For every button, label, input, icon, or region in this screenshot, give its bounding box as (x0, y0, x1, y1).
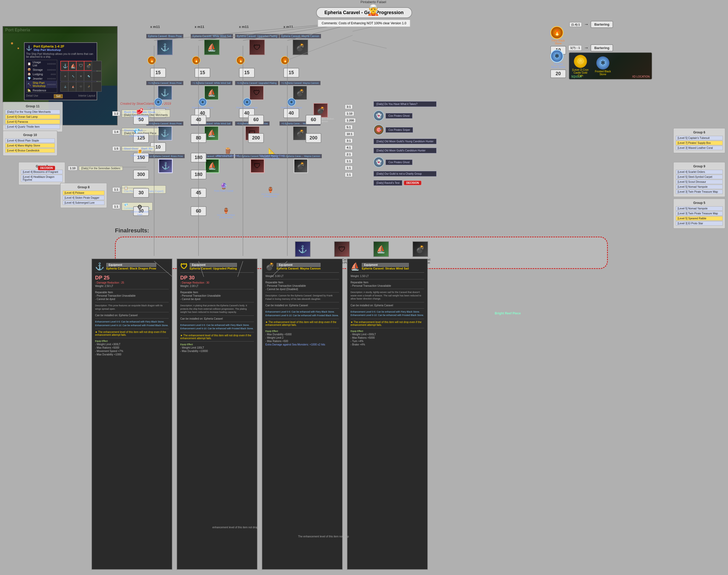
equip-tab-prow[interactable]: Equipment (106, 263, 156, 267)
node-30a: 30 (133, 188, 149, 198)
bartering-ratio-2: 1(?)：1 → Bartering (568, 44, 613, 52)
menu-ship-workshop[interactable]: 🔨Ship Part Workshop ○○○○○ (26, 81, 57, 88)
npc-charity: [Daily] Our Guild is not a Charity Group (373, 171, 436, 176)
node-60b: 60 (306, 115, 321, 125)
group-9-item-4[interactable]: [Level 5] Nomad Yarnpole (676, 184, 723, 189)
equip-cards-row: ⚓ Equipment Epheria Caravel: Black Drago… (92, 259, 428, 570)
equip-card-sail-header: ⛵ Equipment Epheria Caravel: Stratus Win… (351, 262, 424, 273)
col3-row1: Epheria Caravel: Upgraded Plating 🛡 (235, 34, 279, 56)
ratio-1-2: 1:2 (112, 111, 120, 116)
group-6-item-3[interactable]: [Level 3] Waxed Leather Coral (676, 146, 723, 150)
equip-prow-enh1: Enhancement Level 0-5: Can be enhanced w… (95, 320, 169, 324)
equip-cannon-wl: - Weight Limit 2 (265, 336, 339, 339)
menu-residence[interactable]: 🏡Residence (26, 88, 57, 93)
fiery-stone-col3: 🔥 (236, 56, 245, 65)
sell-button[interactable]: Sell (54, 94, 63, 98)
equip-plating-effect-header: Equip Effect (180, 343, 254, 346)
equip-plating-dye: - Cannot be dyed (180, 298, 254, 301)
equip-prow-nodrop: ★ The enhancement level of this item wil… (95, 331, 169, 336)
node-40: 40 (191, 115, 206, 125)
group-7-item-2[interactable]: [Level 4] Heatblaze Dragon Figurine (21, 175, 63, 182)
equip-cannon-mr: - Max Rations +500 (265, 340, 339, 343)
equip-plating-enh1: Enhancement Level 0-5: Can be enhanced w… (180, 324, 254, 327)
bartering-label-2: Bartering (591, 44, 613, 52)
decision-badge-1[interactable]: DECISION (38, 166, 55, 170)
equip-cannon-dye: - Cannot be dyed (Disabled) (265, 288, 339, 291)
map-dialog: ⚓ Port Epheria 1-4 2F Ship Part Workshop… (24, 42, 97, 100)
equip-sail-wl: - Weight Limit +300LT (351, 333, 424, 336)
equip-prow-mr: - Max Rations +5000 (95, 346, 169, 349)
equip-plating-wl: - Weight Limit 100LT (180, 346, 254, 349)
equip-sail-nodrop: ★ The enhancement level of this item wil… (351, 321, 424, 327)
group-6-item-2[interactable]: [Level 7] Pirates' Supply Box (676, 141, 723, 145)
bartering-label-1: Bartering (591, 21, 613, 28)
equip-tab-plating[interactable]: Equipment (190, 263, 237, 267)
group-6-item-1[interactable]: [Level 5] Captain's Tubesuit (676, 136, 723, 140)
col4-row1: Epheria Caravel: Mayna Cannon 💣 (279, 34, 321, 56)
group-10-item-3[interactable]: [Level 4] Brutus Candlestick (5, 148, 55, 153)
node-row-2: 125 80 200 200 (133, 133, 321, 143)
group-9-item-3[interactable]: [Level 5] Scout Dinosaur (676, 180, 723, 184)
group-9-item-1[interactable]: [Level 4] Scarlet Orders (676, 170, 723, 174)
group-10-item-2[interactable]: [Level 4] Mano Mighty Stone (5, 143, 55, 148)
equip-prow-weight: Weight: 2.50 LT (95, 284, 169, 288)
group-6-box: Group 6 [Level 5] Captain's Tubesuit [Le… (673, 128, 725, 153)
equip-card-sail: ⛵ Equipment Epheria Caravel: Stratus Win… (347, 259, 428, 570)
cox-artifact-2-icon: 🏺 Cox Pirates Artifact (Paley Expert) (214, 208, 238, 218)
equip-plating-reparable: Reparable Item (180, 291, 254, 294)
node-200b: 200 (306, 133, 321, 143)
group-7-item-1[interactable]: [Level 4] Blossoms of Fragrant (21, 170, 63, 174)
bright-reef-piece: Bright Reef Piece (495, 311, 521, 315)
equip-cannon-enh2: Enhancement Level 6-10: Can be enhanced … (265, 314, 339, 317)
group-11-item-3[interactable]: [Level 6] Panacoa (5, 120, 60, 124)
group-8-item-1[interactable]: [Level 4] Pickaxe (63, 191, 104, 195)
decision-badge-2[interactable]: DECISION (404, 181, 421, 185)
menu-jeweler[interactable]: 💎Jeweler ○○○○○ (26, 76, 57, 81)
fiery-stone-col1: 🔥 (147, 56, 156, 65)
menu-usage[interactable]: 📋Usage List ○○○○○ (26, 60, 57, 67)
equip-plating-md: - Max Durability +10000 (180, 350, 254, 352)
cox-ghost-icon-2: 👻 (373, 157, 384, 167)
group-11-item-2[interactable]: [Level 6] Ocean Sail Lamp (5, 115, 60, 119)
menu-storage[interactable]: 📦Storage ○○○○○ (26, 67, 57, 72)
node-200a: 200 (248, 133, 264, 143)
frosted-black-stone-top: ❄ Frosted Black Stone 20 (550, 49, 566, 78)
equip-card-plating: 🛡 Equipment Epheria Caravel: Upgraded Pl… (176, 259, 258, 570)
node-180a: 180 (191, 153, 206, 162)
node-300: 300 (133, 170, 149, 179)
workshop-desc: The Ship Part Workshop allows you to cra… (26, 53, 95, 58)
npc-daily-1: [Daily] Do You Have What it Takes? (373, 101, 436, 107)
group-9-item-5[interactable]: [Level 3] Twin Pirate Treasure Map (676, 190, 723, 194)
npc-ravioli: [Daily] Ravioli's Test (373, 180, 402, 185)
ratio-1-4: (1-4):1 (569, 22, 582, 27)
frosted-stone-col4: ❄ Frosted Black Stone (281, 98, 302, 109)
equip-prow-dmg: - Damage Reduction : 25 (95, 281, 169, 284)
group-5-item-2[interactable]: [Level 3] Twin Pirate Treasure Map (676, 211, 723, 216)
craft-slot-5 (92, 61, 102, 71)
group-11-item-4[interactable]: [Level 4] Quartz Thistle Item (5, 125, 60, 129)
equip-plating-weight: Weight: 2.00 LT (180, 284, 254, 288)
equip-prow-md: - Max Durability +1000 (95, 353, 169, 356)
group-10-item-1[interactable]: [Level 4] Blood Plain Staple (5, 138, 55, 143)
group-5-item-4[interactable]: [Level 3] El Proto Star (676, 221, 723, 226)
equip-plating-trade: - Personal Transaction Unavailable (180, 294, 254, 297)
group-8-item-2[interactable]: [Level 4] Stolen Pirate Dagger (63, 196, 104, 200)
group-11-item-1[interactable]: [Daily] For the Young Otter Merchants (5, 110, 60, 114)
col2-row1: Epheria Caravel: White Wind Sail ⛵ (191, 34, 233, 56)
equip-sail-enh1: Enhancement Level 0-5: Can be enhanced w… (351, 310, 424, 314)
cox-sniper-icon: 🎯 (373, 125, 384, 135)
comment-box: Comments: Costs of Enhancing NOT 100% cl… (318, 20, 410, 27)
equip-sail-turn: - Turn +4% (351, 340, 424, 343)
group-9-item-2[interactable]: [Level 5] Steel-Symbol Carpet (676, 175, 723, 179)
equip-card-prow: ⚓ Equipment Epheria Caravel: Black Drago… (92, 259, 172, 570)
group-5-item-3[interactable]: [Level 5] Speared Ratble (676, 216, 723, 221)
step-15-col1: 15 (150, 68, 166, 77)
equip-plating-dmg: - Damage Reduction : 30 (180, 281, 254, 284)
menu-lodging[interactable]: 🏠Lodging ○○○ (26, 72, 57, 76)
equip-tab-cannon[interactable]: Equipment (277, 263, 321, 267)
equip-cannon-enh1: Enhancement Level 0-5: Can be enhanced w… (265, 310, 339, 314)
equip-tab-sail[interactable]: Equipment (362, 263, 409, 267)
group-5-item-1[interactable]: [Level 5] Nomad Yarnpole (676, 206, 723, 211)
quest-serendian: [Daily] For the Serendian Soldiers (79, 166, 123, 171)
group-8-item-3[interactable]: [Level 4] Submerged Lure (63, 201, 104, 205)
